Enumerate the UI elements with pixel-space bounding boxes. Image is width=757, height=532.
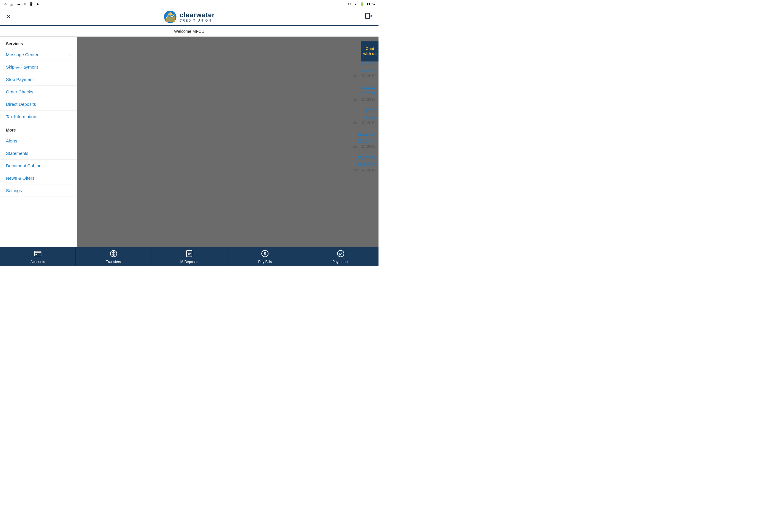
welcome-bar: Welcome MFCU bbox=[0, 26, 378, 37]
logout-button[interactable] bbox=[365, 12, 373, 21]
svg-rect-8 bbox=[187, 250, 192, 257]
circle-icon: ⊖ bbox=[22, 2, 27, 7]
sidebar-item-news-offers[interactable]: News & Offers bbox=[0, 172, 76, 185]
sidebar-label-stop-payment: Stop Payment bbox=[6, 77, 34, 82]
nav-pay-loans[interactable]: $ Pay Loans bbox=[303, 248, 378, 266]
svg-text:$: $ bbox=[264, 251, 266, 256]
bottom-nav: Accounts Transfers M-Deposits bbox=[0, 247, 378, 266]
more-label: More bbox=[0, 123, 76, 135]
nav-accounts-label: Accounts bbox=[30, 260, 45, 264]
sidebar-label-order-checks: Order Checks bbox=[6, 89, 33, 94]
logo-text: clearwater CREDIT UNION bbox=[180, 11, 215, 22]
sidebar-item-message-center[interactable]: Message Center › bbox=[0, 48, 76, 61]
nav-m-deposits-label: M-Deposits bbox=[180, 260, 198, 264]
top-header: ✕ clearwater CREDIT UNION bbox=[0, 8, 378, 26]
sidebar-item-direct-deposits[interactable]: Direct Deposits bbox=[0, 98, 76, 110]
pay-bills-icon: $ bbox=[261, 250, 269, 259]
main-layout: Services Message Center › Skip-A-Payment… bbox=[0, 37, 378, 247]
content-area: Chatwith us $183.79 $183.79 Jun 07, 2019… bbox=[77, 37, 378, 247]
account-item-4: $1,224.14 $1,224.14 Jun 07, 2019 bbox=[314, 131, 378, 149]
account-amount-5b: $1,998.74 bbox=[314, 162, 376, 168]
account-amount-2a: $129.23 bbox=[314, 84, 376, 90]
chat-widget[interactable]: Chatwith us bbox=[361, 42, 378, 62]
sidebar-item-tax-information[interactable]: Tax Information bbox=[0, 110, 76, 123]
transfers-icon bbox=[110, 250, 117, 259]
account-amount-2b: $129.23 bbox=[314, 90, 376, 97]
logo-subtitle: CREDIT UNION bbox=[180, 19, 215, 22]
sidebar-item-statements[interactable]: Statements bbox=[0, 147, 76, 160]
sidebar-label-statements: Statements bbox=[6, 151, 28, 156]
clock: 11:57 bbox=[366, 2, 376, 6]
account-amount-1a: $183.79 bbox=[314, 60, 376, 67]
account-date-4: Jun 07, 2019 bbox=[314, 144, 376, 149]
sidebar-item-document-cabinet[interactable]: Document Cabinet bbox=[0, 160, 76, 172]
cloud-icon: ☁ bbox=[16, 2, 21, 7]
image-icon: 🖼 bbox=[10, 2, 14, 7]
account-amount-3b: $0.02 bbox=[314, 114, 376, 121]
nav-transfers-label: Transfers bbox=[106, 260, 121, 264]
sidebar-item-order-checks[interactable]: Order Checks bbox=[0, 86, 76, 98]
battery-icon: 🔋 bbox=[360, 2, 365, 7]
account-item-1: $183.79 $183.79 Jun 07, 2019 bbox=[314, 60, 378, 78]
sidebar-item-stop-payment[interactable]: Stop Payment bbox=[0, 73, 76, 86]
sidebar-item-alerts[interactable]: Alerts bbox=[0, 135, 76, 147]
nav-accounts[interactable]: Accounts bbox=[0, 248, 76, 266]
account-item-3: $0.02 $0.02 Jun 07, 2019 bbox=[314, 107, 378, 125]
sidebar-item-skip-payment[interactable]: Skip-A-Payment bbox=[0, 61, 76, 73]
svg-text:$: $ bbox=[339, 253, 340, 256]
nav-transfers[interactable]: Transfers bbox=[76, 248, 151, 266]
sidebar-label-alerts: Alerts bbox=[6, 138, 17, 143]
account-date-5: Jun 07, 2019 bbox=[314, 168, 376, 172]
svg-rect-5 bbox=[36, 254, 37, 255]
sidebar-label-direct-deposits: Direct Deposits bbox=[6, 102, 36, 107]
sidebar-label-skip-payment: Skip-A-Payment bbox=[6, 64, 38, 70]
phone-icon: 📱 bbox=[29, 2, 34, 7]
account-item-2: $129.23 $129.23 Jun 07, 2019 bbox=[314, 84, 378, 102]
account-date-1: Jun 07, 2019 bbox=[314, 74, 376, 78]
wifi-icon: ▲ bbox=[353, 2, 358, 7]
close-button[interactable]: ✕ bbox=[6, 13, 11, 21]
account-items-list: $183.79 $183.79 Jun 07, 2019 $129.23 $12… bbox=[314, 60, 378, 178]
account-amount-1b: $183.79 bbox=[314, 67, 376, 73]
account-amount-5a: $1,998.74 bbox=[314, 155, 376, 161]
status-right: ⊖ ▲ 🔋 11:57 bbox=[347, 2, 376, 7]
nav-m-deposits[interactable]: M-Deposits bbox=[151, 248, 227, 266]
sidebar-label-settings: Settings bbox=[6, 188, 22, 193]
status-bar: ⚠ 🖼 ☁ ⊖ 📱 ▶ ⊖ ▲ 🔋 11:57 bbox=[0, 0, 378, 8]
svg-point-14 bbox=[337, 250, 344, 257]
minus-circle-icon: ⊖ bbox=[347, 2, 351, 7]
nav-pay-loans-label: Pay Loans bbox=[332, 260, 349, 264]
nav-pay-bills-label: Pay Bills bbox=[258, 260, 272, 264]
header-logo: clearwater CREDIT UNION bbox=[164, 10, 215, 23]
sidebar-label-document-cabinet: Document Cabinet bbox=[6, 163, 43, 168]
accounts-icon bbox=[34, 250, 42, 259]
media-icon: ▶ bbox=[36, 2, 40, 7]
account-item-5: $1,998.74 $1,998.74 Jun 07, 2019 bbox=[314, 155, 378, 172]
sidebar-label-tax-information: Tax Information bbox=[6, 114, 36, 119]
account-amount-3a: $0.02 bbox=[314, 107, 376, 114]
logo-svg bbox=[164, 10, 177, 23]
status-icons: ⚠ 🖼 ☁ ⊖ 📱 ▶ bbox=[3, 2, 40, 7]
warning-icon: ⚠ bbox=[3, 2, 8, 7]
account-amount-4a: $1,224.14 bbox=[314, 131, 376, 137]
account-date-2: Jun 07, 2019 bbox=[314, 97, 376, 102]
chat-label: Chatwith us bbox=[363, 46, 377, 56]
sidebar-label-message-center: Message Center bbox=[6, 52, 39, 57]
logo-name: clearwater bbox=[180, 11, 215, 19]
svg-rect-3 bbox=[35, 251, 41, 256]
m-deposits-icon bbox=[185, 250, 193, 259]
services-label: Services bbox=[0, 37, 76, 48]
welcome-text: Welcome MFCU bbox=[174, 29, 204, 34]
nav-pay-bills[interactable]: $ Pay Bills bbox=[227, 248, 303, 266]
chevron-right-icon: › bbox=[69, 52, 71, 57]
sidebar-item-settings[interactable]: Settings bbox=[0, 185, 76, 197]
account-amount-4b: $1,224.14 bbox=[314, 138, 376, 144]
account-date-3: Jun 07, 2019 bbox=[314, 121, 376, 125]
sidebar: Services Message Center › Skip-A-Payment… bbox=[0, 37, 77, 247]
pay-loans-icon: $ bbox=[337, 250, 345, 259]
sidebar-label-news-offers: News & Offers bbox=[6, 176, 34, 181]
